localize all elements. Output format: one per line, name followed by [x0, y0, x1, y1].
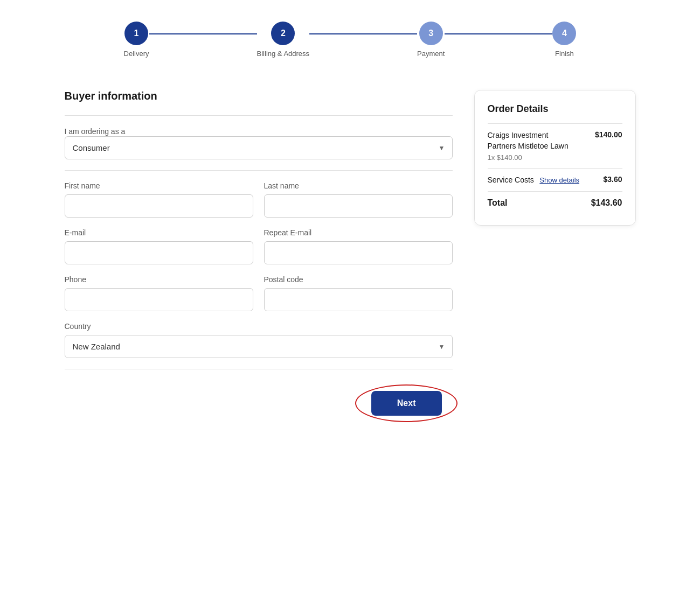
show-details-link[interactable]: Show details	[539, 176, 579, 184]
main-layout: Buyer information I am ordering as a Con…	[65, 90, 636, 416]
stepper: 1 Delivery 2 Billing & Address 3 Payment…	[65, 22, 636, 58]
last-name-input[interactable]	[264, 194, 453, 218]
step-line-3	[445, 33, 552, 34]
country-label: Country	[65, 322, 453, 331]
button-area: Next	[65, 391, 453, 416]
email-label: E-mail	[65, 228, 253, 237]
order-item-name: Craigs Investment Partners Mistletoe Law…	[488, 130, 574, 151]
country-group: Country New Zealand Australia United Sta…	[65, 322, 453, 358]
step-2: 2 Billing & Address	[257, 22, 310, 58]
order-service-info: Service Costs Show details	[488, 175, 580, 185]
email-input[interactable]	[65, 241, 253, 264]
order-card-divider-1	[488, 123, 622, 124]
order-service-row: Service Costs Show details $3.60	[488, 175, 622, 185]
order-card-divider-3	[488, 191, 622, 192]
order-details-section: Order Details Craigs Investment Partners…	[474, 90, 636, 226]
country-select-wrapper: New Zealand Australia United States Unit…	[65, 335, 453, 358]
section-title: Buyer information	[65, 90, 453, 102]
order-item-qty: 1x $140.00	[488, 153, 574, 162]
step-line-2	[309, 33, 417, 34]
step-1-circle: 1	[124, 22, 148, 45]
last-name-group: Last name	[264, 181, 453, 218]
ordering-select-wrapper: Consumer Business ▼	[65, 136, 453, 159]
order-card: Order Details Craigs Investment Partners…	[474, 90, 636, 226]
email-row: E-mail Repeat E-mail	[65, 228, 453, 275]
divider-mid	[65, 170, 453, 171]
phone-group: Phone	[65, 275, 253, 311]
postal-code-group: Postal code	[264, 275, 453, 311]
step-1-label: Delivery	[124, 50, 149, 58]
order-card-title: Order Details	[488, 103, 622, 115]
ordering-group: I am ordering as a Consumer Business ▼	[65, 127, 453, 159]
step-2-label: Billing & Address	[257, 50, 310, 58]
step-3: 3 Payment	[417, 22, 445, 58]
order-service-label: Service Costs	[488, 176, 534, 184]
order-item-price: $140.00	[595, 130, 622, 139]
phone-postal-row: Phone Postal code	[65, 275, 453, 322]
country-select[interactable]: New Zealand Australia United States Unit…	[65, 335, 453, 358]
postal-code-input[interactable]	[264, 288, 453, 311]
step-2-circle: 2	[271, 22, 295, 45]
divider-top	[65, 115, 453, 116]
postal-code-label: Postal code	[264, 275, 453, 284]
divider-bottom	[65, 369, 453, 369]
step-3-label: Payment	[417, 50, 445, 58]
email-group: E-mail	[65, 228, 253, 264]
repeat-email-input[interactable]	[264, 241, 453, 264]
step-3-circle: 3	[419, 22, 443, 45]
ordering-label: I am ordering as a	[65, 127, 126, 136]
name-row: First name Last name	[65, 181, 453, 228]
first-name-input[interactable]	[65, 194, 253, 218]
order-total-label: Total	[488, 198, 508, 208]
order-total-row: Total $143.60	[488, 198, 622, 208]
first-name-group: First name	[65, 181, 253, 218]
phone-label: Phone	[65, 275, 253, 284]
step-line-1	[149, 33, 257, 34]
order-total-price: $143.60	[591, 198, 622, 208]
step-4-circle: 4	[552, 22, 576, 45]
step-1: 1 Delivery	[124, 22, 149, 58]
order-item-row: Craigs Investment Partners Mistletoe Law…	[488, 130, 622, 162]
last-name-label: Last name	[264, 181, 453, 190]
order-card-divider-2	[488, 168, 622, 169]
next-button[interactable]: Next	[371, 391, 442, 416]
repeat-email-group: Repeat E-mail	[264, 228, 453, 264]
order-item-info: Craigs Investment Partners Mistletoe Law…	[488, 130, 574, 162]
next-btn-wrapper: Next	[371, 391, 442, 416]
order-service-price: $3.60	[603, 175, 622, 184]
form-section: Buyer information I am ordering as a Con…	[65, 90, 453, 416]
step-4: 4 Finish	[552, 22, 576, 58]
first-name-label: First name	[65, 181, 253, 190]
ordering-select[interactable]: Consumer Business	[65, 136, 453, 159]
phone-input[interactable]	[65, 288, 253, 311]
repeat-email-label: Repeat E-mail	[264, 228, 453, 237]
step-4-label: Finish	[555, 50, 574, 58]
